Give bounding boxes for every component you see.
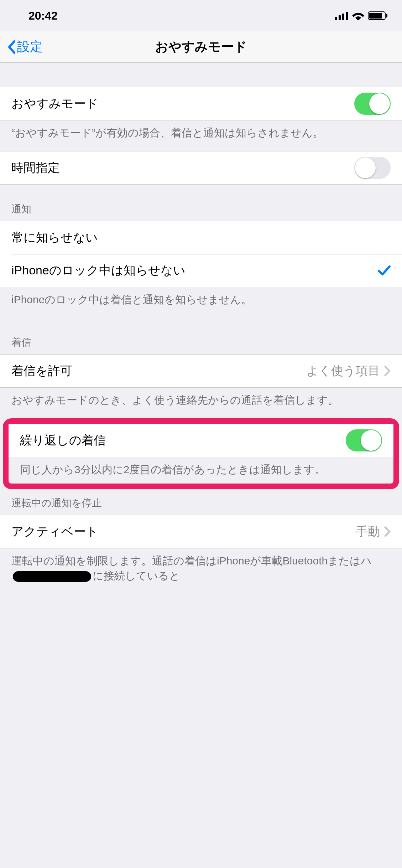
row-notify-always[interactable]: 常に知らせない xyxy=(0,221,402,254)
activate-label: アクティベート xyxy=(11,523,356,540)
svg-rect-1 xyxy=(339,15,341,20)
group-notify: 通知 常に知らせない iPhoneのロック中は知らせない iPhoneのロック中… xyxy=(0,185,402,318)
row-activate[interactable]: アクティベート 手動 xyxy=(0,515,402,548)
status-time: 20:42 xyxy=(28,9,58,22)
allow-calls-value: よく使う項目 xyxy=(306,363,380,379)
dnd-toggle[interactable] xyxy=(354,93,391,115)
notify-footer: iPhoneのロック中は着信と通知を知らせません。 xyxy=(0,287,402,318)
repeat-toggle[interactable] xyxy=(346,429,382,451)
row-dnd-toggle[interactable]: おやすみモード xyxy=(0,87,402,120)
chevron-right-icon xyxy=(384,366,391,376)
activate-value: 手動 xyxy=(356,523,380,540)
checkmark-icon xyxy=(378,265,391,276)
status-right xyxy=(335,11,388,20)
notify-locked-label: iPhoneのロック中は知らせない xyxy=(11,262,378,279)
group-driving: 運転中の通知を停止 アクティベート 手動 運転中の通知を制限します。通話の着信は… xyxy=(0,489,402,594)
row-allow-calls[interactable]: 着信を許可 よく使う項目 xyxy=(0,355,402,387)
repeat-label: 繰り返しの着信 xyxy=(20,432,346,449)
calls-footer: おやすみモードのとき、よく使う連絡先からの通話を着信します。 xyxy=(0,388,402,418)
group-schedule: 時間指定 xyxy=(0,151,402,185)
chevron-right-icon xyxy=(384,526,391,537)
back-label: 設定 xyxy=(17,38,43,56)
battery-icon xyxy=(368,11,388,20)
dnd-footer: “おやすみモード”が有効の場合、着信と通知は知らされません。 xyxy=(0,120,402,151)
redaction xyxy=(13,571,91,582)
group-calls: 着信 着信を許可 よく使う項目 おやすみモードのとき、よく使う連絡先からの通話を… xyxy=(0,318,402,418)
highlight-box: 繰り返しの着信 同じ人から3分以内に2度目の着信があったときは通知します。 xyxy=(3,418,399,489)
schedule-label: 時間指定 xyxy=(11,160,354,176)
svg-rect-5 xyxy=(369,13,382,19)
svg-rect-6 xyxy=(386,14,387,17)
back-button[interactable]: 設定 xyxy=(7,38,43,56)
row-repeat-toggle[interactable]: 繰り返しの着信 xyxy=(9,424,393,457)
status-bar: 20:42 xyxy=(0,0,402,31)
nav-bar: 設定 おやすみモード xyxy=(0,31,402,63)
driving-header: 運転中の通知を停止 xyxy=(0,489,402,515)
notify-header: 通知 xyxy=(0,185,402,221)
row-notify-locked[interactable]: iPhoneのロック中は知らせない xyxy=(0,254,402,287)
wifi-icon xyxy=(352,11,364,20)
svg-rect-0 xyxy=(335,17,337,20)
dnd-label: おやすみモード xyxy=(11,95,354,112)
notify-always-label: 常に知らせない xyxy=(11,229,391,246)
schedule-toggle[interactable] xyxy=(354,157,391,179)
calls-header: 着信 xyxy=(0,318,402,354)
allow-calls-label: 着信を許可 xyxy=(11,363,306,379)
repeat-footer: 同じ人から3分以内に2度目の着信があったときは通知します。 xyxy=(9,457,393,484)
chevron-left-icon xyxy=(7,40,16,54)
group-repeat: 繰り返しの着信 同じ人から3分以内に2度目の着信があったときは通知します。 xyxy=(9,424,393,484)
svg-rect-3 xyxy=(346,12,348,20)
group-dnd: おやすみモード “おやすみモード”が有効の場合、着信と通知は知らされません。 xyxy=(0,87,402,151)
page-title: おやすみモード xyxy=(0,38,402,56)
driving-footer: 運転中の通知を制限します。通話の着信はiPhoneが車載Bluetoothまたは… xyxy=(0,548,402,594)
cellular-signal-icon xyxy=(335,11,349,20)
row-schedule-toggle[interactable]: 時間指定 xyxy=(0,151,402,184)
svg-rect-2 xyxy=(342,14,344,20)
